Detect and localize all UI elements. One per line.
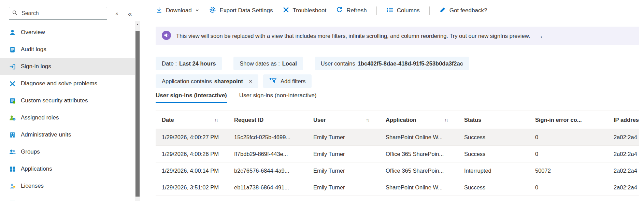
toolbar: Download Export Data Settings Troublesho… <box>156 0 639 21</box>
filter-row-1: Date : Last 24 hours Show dates as : Loc… <box>156 57 639 70</box>
cell-error-code: 0 <box>529 151 607 157</box>
chevron-down-icon <box>195 7 199 14</box>
sidebar-item-diagnose[interactable]: Diagnose and solve problems <box>0 75 135 92</box>
cell-error-code: 0 <box>529 134 607 141</box>
banner-text: This view will soon be replaced with a v… <box>176 33 530 39</box>
sidebar-item-label: Assigned roles <box>21 114 59 121</box>
sidebar-item-label: Groups <box>21 148 40 155</box>
sidebar-item-label: Licenses <box>21 183 44 189</box>
table-row[interactable]: 1/29/2026, 4:00:27 PM 15c25fcd-025b-4699… <box>156 129 639 146</box>
partial-icon <box>9 200 16 201</box>
sidebar-nav: Overview Audit logs Sign-in logs Diagnos… <box>0 24 140 201</box>
table-row[interactable]: 1/29/2026, 4:00:14 PM b2c76576-6844-4a9.… <box>156 162 639 179</box>
col-request-id-header: Request ID <box>228 117 307 123</box>
search-box <box>9 7 107 20</box>
cell-request-id: eb11a738-6864-491... <box>228 184 307 191</box>
cell-status: Success <box>458 134 529 141</box>
scrollbar-thumb[interactable] <box>135 31 140 197</box>
table-header-row: Date ↑↓ Request ID User ↑↓ Application ↑… <box>156 111 639 129</box>
troubleshoot-button[interactable]: Troubleshoot <box>283 6 327 15</box>
table-row[interactable]: 1/29/2026, 4:00:26 PM ff7bdb29-869f-443e… <box>156 146 639 162</box>
sidebar-item-label: Diagnose and solve problems <box>21 80 97 87</box>
sidebar-item-label: Audit logs <box>21 46 46 53</box>
cell-date: 1/29/2026, 4:00:14 PM <box>156 168 228 174</box>
collapse-sidebar-icon[interactable]: « <box>128 10 132 17</box>
clear-search-icon[interactable]: × <box>115 11 118 16</box>
filter-pill-date[interactable]: Date : Last 24 hours <box>156 57 222 70</box>
sidebar-item-licenses[interactable]: Licenses <box>0 177 135 195</box>
table-row[interactable]: 1/29/2026, 3:51:02 PM eb11a738-6864-491.… <box>156 179 639 196</box>
cell-request-id: 15c25fcd-025b-4699... <box>228 134 307 141</box>
filter-pill-show-dates-as[interactable]: Show dates as : Local <box>233 57 303 70</box>
cell-error-code: 0 <box>529 184 607 191</box>
sidebar-item-audit-logs[interactable]: Audit logs <box>0 41 135 58</box>
megaphone-icon <box>162 31 171 41</box>
refresh-button[interactable]: Refresh <box>336 6 367 15</box>
add-filter-funnel-icon <box>269 77 277 85</box>
download-button[interactable]: Download <box>156 6 199 15</box>
col-date-header[interactable]: Date ↑↓ <box>156 117 228 123</box>
search-input[interactable] <box>9 7 107 20</box>
col-user-header[interactable]: User ↑↓ <box>307 117 380 123</box>
filter-pill-application-contains[interactable]: Application contains sharepoint × <box>156 74 258 88</box>
arrow-right-icon[interactable]: → <box>536 32 543 40</box>
sidebar-item-groups[interactable]: Groups <box>0 143 135 160</box>
sidebar-item-partial[interactable] <box>0 195 135 201</box>
sidebar: × « Overview Audit logs Sign-in logs <box>0 0 140 201</box>
sidebar-item-label: Sign-in logs <box>21 63 51 70</box>
sidebar-item-label: Administrative units <box>21 131 71 138</box>
filter-pill-user-contains[interactable]: User contains 1bc402f5-8dae-418d-91f5-25… <box>315 57 469 70</box>
filter-row-2: Application contains sharepoint × Add fi… <box>156 74 639 88</box>
cell-application: Office 365 SharePoin... <box>380 151 458 157</box>
sidebar-scrollbar[interactable]: ▲ <box>135 21 140 201</box>
person-icon <box>9 29 16 36</box>
app-root: × « Overview Audit logs Sign-in logs <box>0 0 644 201</box>
cell-application: Office 365 SharePoin... <box>380 168 458 174</box>
document-icon <box>9 46 16 53</box>
cell-ip: 2a02:2a4 <box>607 134 639 141</box>
cell-error-code: 50072 <box>529 168 607 174</box>
sidebar-item-custom-security-attributes[interactable]: Custom security attributes <box>0 92 135 109</box>
cell-date: 1/29/2026, 3:51:02 PM <box>156 184 228 191</box>
remove-filter-icon[interactable]: × <box>249 78 252 84</box>
columns-button[interactable]: Columns <box>386 6 420 15</box>
sort-icon: ↑↓ <box>444 117 448 123</box>
scroll-up-icon[interactable]: ▲ <box>135 21 140 26</box>
add-filters-button[interactable]: Add filters <box>263 74 312 88</box>
cell-ip: 2a02:2a4 <box>607 184 639 191</box>
cell-user: Emily Turner <box>307 168 380 174</box>
tab-interactive[interactable]: User sign-ins (interactive) <box>156 92 227 103</box>
col-error-code-header: Sign-in error co... <box>529 117 607 123</box>
tools-icon <box>9 80 16 87</box>
col-status-header: Status <box>458 117 529 123</box>
cell-request-id: b2c76576-6844-4a9... <box>228 168 307 174</box>
license-person-icon <box>9 183 16 190</box>
sidebar-item-label: Applications <box>21 166 52 172</box>
cell-user: Emily Turner <box>307 151 380 157</box>
col-application-header[interactable]: Application ↑↓ <box>380 117 458 123</box>
feedback-button[interactable]: Got feedback? <box>439 6 487 15</box>
sidebar-item-applications[interactable]: Applications <box>0 160 135 177</box>
cell-date: 1/29/2026, 4:00:27 PM <box>156 134 228 141</box>
cell-ip: 2a02:2a4 <box>607 151 639 157</box>
person-role-icon <box>9 114 16 121</box>
export-data-settings-button[interactable]: Export Data Settings <box>209 6 273 15</box>
sort-icon: ↑↓ <box>214 117 218 123</box>
filter-bar: Date : Last 24 hours Show dates as : Loc… <box>156 57 639 88</box>
sort-icon: ↑↓ <box>366 117 369 123</box>
tab-non-interactive[interactable]: User sign-ins (non-interactive) <box>239 92 317 103</box>
attributes-document-icon <box>9 97 16 104</box>
sign-in-icon <box>9 63 16 70</box>
sidebar-item-overview[interactable]: Overview <box>0 24 135 41</box>
grid-icon <box>9 166 16 173</box>
sidebar-item-sign-in-logs[interactable]: Sign-in logs <box>0 58 135 75</box>
cell-ip: 2a02:2a4 <box>607 168 639 174</box>
feedback-pencil-icon <box>439 6 446 15</box>
preview-banner[interactable]: This view will soon be replaced with a v… <box>156 27 639 45</box>
main-content: Download Export Data Settings Troublesho… <box>140 0 644 201</box>
cell-application: SharePoint Online W... <box>380 184 458 191</box>
sidebar-item-assigned-roles[interactable]: Assigned roles <box>0 109 135 126</box>
sidebar-item-label: Custom security attributes <box>21 97 88 104</box>
sidebar-item-administrative-units[interactable]: Administrative units <box>0 126 135 143</box>
building-icon <box>9 131 16 139</box>
